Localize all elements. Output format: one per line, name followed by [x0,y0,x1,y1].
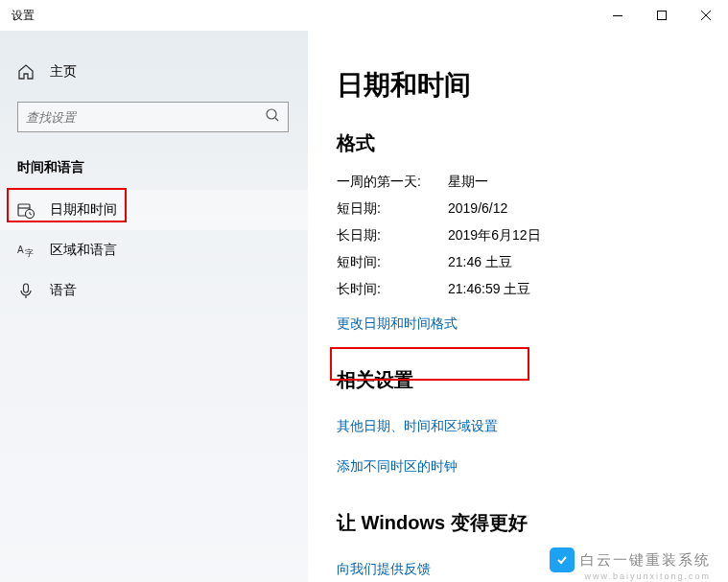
feedback-heading: 让 Windows 变得更好 [337,510,699,536]
page-title: 日期和时间 [337,67,699,104]
format-section: 格式 一周的第一天: 星期一 短日期: 2019/6/12 长日期: 2019年… [337,130,699,333]
search-icon [265,107,280,127]
search-input[interactable] [26,110,265,125]
format-row: 长时间: 21:46:59 土豆 [337,281,699,298]
titlebar: 设置 [0,0,728,31]
other-region-link[interactable]: 其他日期、时间和区域设置 [337,418,498,435]
svg-rect-1 [658,12,667,20]
add-clock-link[interactable]: 添加不同时区的时钟 [337,458,458,476]
maximize-icon [657,11,667,20]
microphone-icon [17,282,35,299]
format-row: 短日期: 2019/6/12 [337,200,699,218]
related-section: 相关设置 其他日期、时间和区域设置 添加不同时区的时钟 [337,367,699,476]
svg-text:A: A [17,244,24,255]
calendar-clock-icon [17,201,35,219]
format-label: 短时间: [337,254,448,271]
watermark-badge-icon [550,547,575,572]
svg-rect-0 [613,15,622,16]
format-value: 21:46:59 土豆 [448,281,530,298]
window-controls [596,0,728,31]
format-value: 星期一 [448,174,488,191]
close-icon [701,11,711,20]
home-icon [17,63,35,81]
nav-item-region[interactable]: A字 区域和语言 [0,230,308,270]
maximize-button[interactable] [640,0,684,31]
format-row: 一周的第一天: 星期一 [337,174,699,191]
format-value: 21:46 土豆 [448,254,512,271]
format-row: 短时间: 21:46 土豆 [337,254,699,271]
nav-item-speech[interactable]: 语音 [0,270,308,311]
svg-text:字: 字 [25,248,34,258]
svg-line-5 [275,118,278,121]
close-button[interactable] [684,0,728,31]
svg-point-4 [267,109,276,119]
home-nav[interactable]: 主页 [0,54,308,90]
format-value: 2019/6/12 [448,200,507,218]
format-label: 一周的第一天: [337,174,448,191]
minimize-button[interactable] [596,0,640,31]
format-value: 2019年6月12日 [448,227,541,244]
main-content: 日期和时间 格式 一周的第一天: 星期一 短日期: 2019/6/12 长日期:… [308,31,728,582]
nav-item-datetime[interactable]: 日期和时间 [0,190,308,230]
format-label: 长时间: [337,281,448,298]
format-heading: 格式 [337,130,699,156]
search-box[interactable] [17,102,289,132]
watermark: 白云一键重装系统 [550,547,711,572]
nav-label: 区域和语言 [50,242,117,259]
feedback-link[interactable]: 向我们提供反馈 [337,561,431,578]
format-row: 长日期: 2019年6月12日 [337,227,699,244]
nav-label: 语音 [50,282,77,299]
minimize-icon [613,15,622,16]
category-header: 时间和语言 [0,151,308,190]
change-format-link[interactable]: 更改日期和时间格式 [337,315,458,333]
svg-rect-13 [24,284,29,292]
related-heading: 相关设置 [337,367,699,393]
sidebar: 主页 时间和语言 日期和时间 A字 区域和语言 [0,31,308,582]
nav-label: 日期和时间 [50,201,117,219]
language-icon: A字 [17,242,35,259]
window-title: 设置 [12,8,596,24]
format-label: 长日期: [337,227,448,244]
format-label: 短日期: [337,200,448,218]
home-label: 主页 [50,63,77,81]
watermark-text: 白云一键重装系统 [580,551,711,570]
watermark-url: www.baiyunxitong.com [584,571,711,581]
